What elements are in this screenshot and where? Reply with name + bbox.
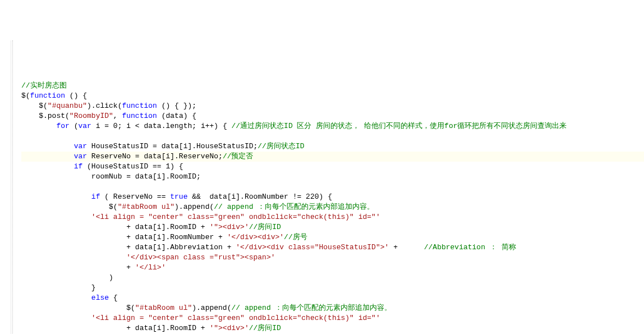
string-token: '"><div>' xyxy=(209,324,249,332)
comment-token: //实时房态图 xyxy=(21,81,67,90)
indent xyxy=(21,142,74,150)
text-token: ).append( xyxy=(192,304,231,312)
indent xyxy=(21,253,126,262)
code-area[interactable]: //实时房态图$(function () { $("#quanbu").clic… xyxy=(21,81,644,334)
keyword-token: if xyxy=(91,193,100,201)
string-token: "RoombyID" xyxy=(70,112,113,120)
indent xyxy=(21,283,91,292)
code-line[interactable]: + '</li>' xyxy=(21,263,644,273)
comment-token: //房间状态ID xyxy=(257,142,304,150)
code-line[interactable]: $(function () { xyxy=(21,91,644,101)
string-token: '"><div>' xyxy=(209,223,249,231)
code-line[interactable]: '<li align = "center" class="green" ondb… xyxy=(21,313,644,323)
code-line[interactable]: $("#tabRoom ul").append(// append ：向每个匹配… xyxy=(21,202,644,212)
indent xyxy=(21,273,109,282)
text-token: () { xyxy=(65,91,87,100)
indent xyxy=(21,122,56,130)
indent xyxy=(21,152,74,161)
code-line[interactable]: '<li align = "center" class="green" ondb… xyxy=(21,212,644,222)
text-token: ( ReserveNo == xyxy=(100,193,170,201)
text-token: + xyxy=(389,243,424,251)
fold-guide xyxy=(12,40,13,334)
text-token: ) xyxy=(109,273,113,282)
text-token: ).append( xyxy=(174,203,214,211)
keyword-token: var xyxy=(74,152,87,161)
code-line[interactable]: for (var i = 0; i < data.length; i++) { … xyxy=(21,121,644,131)
keyword-token: var xyxy=(78,122,91,130)
comment-token: //房间ID xyxy=(249,324,281,332)
text-token: + data[i].RoomNumber + xyxy=(126,233,227,241)
indent xyxy=(21,324,126,332)
indent xyxy=(21,102,39,110)
keyword-token: else xyxy=(91,294,109,302)
code-line[interactable] xyxy=(21,182,644,192)
indent xyxy=(21,172,91,181)
string-token: '</div><div>' xyxy=(227,233,284,241)
code-line[interactable]: ) xyxy=(21,273,644,283)
code-line[interactable]: $("#tabRoom ul").append(// append ：向每个匹配… xyxy=(21,303,644,313)
text-token: () { }); xyxy=(157,102,196,110)
code-line[interactable] xyxy=(21,131,644,141)
text-token: (data) { xyxy=(157,112,196,120)
code-line[interactable]: } xyxy=(21,283,644,293)
keyword-token: if xyxy=(74,162,83,171)
text-token: ( xyxy=(70,122,79,130)
string-token: '<li align = "center" class="green" ondb… xyxy=(91,314,380,322)
indent xyxy=(21,294,91,302)
keyword-token: function xyxy=(122,112,157,120)
indent xyxy=(21,112,39,120)
text-token: && data[i].RoomNumber != 220) { xyxy=(187,193,332,201)
indent xyxy=(21,223,126,231)
code-line[interactable]: + data[i].RoomID + '"><div>'//房间ID xyxy=(21,222,644,232)
code-line[interactable]: if ( ReserveNo == true && data[i].RoomNu… xyxy=(21,192,644,202)
indent xyxy=(21,203,109,211)
code-line[interactable]: var HouseStatusID = data[i].HouseStatusI… xyxy=(21,141,644,152)
code-line[interactable]: //实时房态图 xyxy=(21,81,644,91)
keyword-token: var xyxy=(74,142,87,150)
text-token: + data[i].Abbreviation + xyxy=(126,243,236,251)
string-token: "#quanbu" xyxy=(48,102,87,110)
code-line[interactable]: if (HouseStatusID == 1) { xyxy=(21,162,644,172)
code-line[interactable]: '</div><span class ="rust"><span>' xyxy=(21,253,644,263)
indent xyxy=(21,243,126,251)
text-token: { xyxy=(109,294,118,302)
code-editor[interactable]: //实时房态图$(function () { $("#quanbu").clic… xyxy=(0,40,644,334)
indent xyxy=(21,213,91,221)
code-line[interactable]: + data[i].RoomID + '"><div>'//房间ID xyxy=(21,323,644,333)
text-token: $( xyxy=(126,304,135,312)
comment-token: //Abbreviation ： 简称 xyxy=(424,243,516,251)
string-token: '</div><div class="HouseStatusID">' xyxy=(236,243,389,251)
keyword-token: true xyxy=(170,193,187,201)
indent xyxy=(21,304,126,312)
code-line[interactable]: + data[i].RoomNumber + '</div><div>'//房号 xyxy=(21,232,644,243)
text-token: ).click( xyxy=(87,102,122,110)
keyword-token: function xyxy=(30,91,65,100)
indent xyxy=(21,162,74,171)
string-token: '</li>' xyxy=(135,263,166,272)
string-token: '</div><span class ="rust"><span>' xyxy=(126,253,275,262)
indent xyxy=(21,193,91,201)
comment-token: //预定否 xyxy=(223,152,254,161)
string-token: "#tabRoom ul" xyxy=(135,304,192,312)
code-line[interactable]: var ReserveNo = data[i].ReserveNo;//预定否 xyxy=(21,152,644,162)
code-line[interactable]: else { xyxy=(21,293,644,303)
indent xyxy=(21,314,91,322)
text-token: roomNub = data[i].RoomID; xyxy=(91,172,201,181)
comment-token: //房间ID xyxy=(249,223,281,231)
text-token: ReserveNo = data[i].ReserveNo; xyxy=(87,152,223,161)
code-line[interactable]: $("#quanbu").click(function () { }); xyxy=(21,101,644,111)
gutter xyxy=(0,40,11,334)
comment-token: // append ：向每个匹配的元素内部追加内容。 xyxy=(214,203,374,211)
text-token: $( xyxy=(21,91,30,100)
code-line[interactable]: roomNub = data[i].RoomID; xyxy=(21,172,644,182)
text-token: (HouseStatusID == 1) { xyxy=(82,162,183,171)
code-line[interactable]: $.post("RoombyID", function (data) { xyxy=(21,111,644,121)
code-line[interactable]: + data[i].Abbreviation + '</div><div cla… xyxy=(21,243,644,253)
text-token: i = 0; i < data.length; i++) { xyxy=(91,122,232,130)
indent xyxy=(21,263,126,272)
text-token: $( xyxy=(39,102,48,110)
indent xyxy=(21,233,126,241)
text-token: , xyxy=(113,112,122,120)
comment-token: //房号 xyxy=(284,233,307,241)
text-token: $( xyxy=(109,203,118,211)
